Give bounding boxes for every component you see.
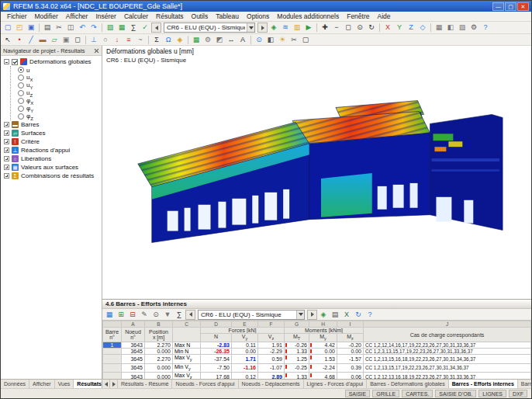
radio-icon[interactable] bbox=[18, 90, 24, 96]
menu-item[interactable]: Résultats bbox=[152, 12, 187, 20]
tree-radio-item[interactable]: uZ bbox=[18, 89, 102, 97]
animation-icon[interactable]: ▶ bbox=[303, 23, 314, 33]
tree-item[interactable]: ▬Barres bbox=[4, 120, 102, 129]
project-navigator-icon[interactable]: ▧ bbox=[105, 23, 116, 33]
cell-noeud[interactable]: 3645 bbox=[122, 355, 145, 363]
cell-mz[interactable]: -0.20 bbox=[337, 342, 364, 349]
mesh-icon[interactable]: ▦ bbox=[191, 35, 202, 45]
load-case-combo[interactable]: CR6 - ELU (EQU) - Sismique bbox=[164, 23, 255, 33]
model-3d-view[interactable] bbox=[102, 46, 531, 299]
status-toggle[interactable]: SAISIE bbox=[345, 390, 371, 397]
tree-item[interactable]: !Critère bbox=[4, 137, 102, 146]
imperfection-icon[interactable]: ~ bbox=[135, 35, 146, 45]
print-table-icon[interactable]: ▤ bbox=[330, 310, 340, 320]
select-arrow-icon[interactable]: ↖ bbox=[2, 35, 13, 45]
cell-vz[interactable]: 0.59 bbox=[258, 355, 285, 363]
clipping-icon[interactable]: ✂ bbox=[288, 35, 299, 45]
calc-params-icon[interactable]: ⚙ bbox=[202, 35, 213, 45]
cell-position[interactable]: 2.270 bbox=[145, 355, 173, 363]
cell-extreme[interactable]: Min N bbox=[173, 349, 201, 355]
combination-icon[interactable]: Ω bbox=[163, 35, 174, 45]
model-viewport[interactable]: Déformations globales u [mm] CR6 : ELU (… bbox=[102, 46, 531, 299]
tree-radio-item[interactable]: u bbox=[18, 66, 102, 74]
cell-n[interactable]: 17.68 bbox=[201, 373, 232, 379]
zoom-window-icon[interactable]: ◻ bbox=[343, 23, 354, 33]
col-letter[interactable]: C bbox=[173, 321, 201, 328]
redo-icon[interactable]: ↷ bbox=[88, 23, 99, 33]
cell-mz[interactable]: 0.06 bbox=[337, 373, 364, 379]
table-load-case-combo[interactable]: CR6 - ELU (EQU) - Sismique bbox=[198, 310, 305, 320]
col-letter[interactable]: B bbox=[145, 321, 173, 328]
sheet-tabs-prev-button[interactable] bbox=[102, 380, 110, 388]
support-icon[interactable]: ⊥ bbox=[88, 35, 99, 45]
row-header[interactable]: 1 bbox=[103, 342, 122, 349]
visibility-icon[interactable]: ⊙ bbox=[254, 35, 264, 45]
cell-vz[interactable]: 1.91 bbox=[258, 342, 285, 349]
result-diagrams-icon[interactable]: ◈ bbox=[318, 310, 329, 320]
cell-load-cases[interactable]: CC 1,2,13,15,16,18,19,22,23,26,27,30,31,… bbox=[364, 355, 531, 363]
chevron-down-icon[interactable] bbox=[247, 23, 254, 32]
nodal-load-icon[interactable]: ↓ bbox=[112, 35, 123, 45]
line-load-icon[interactable]: ≡ bbox=[123, 35, 134, 45]
status-toggle[interactable]: CARTES. bbox=[402, 390, 433, 397]
status-toggle[interactable]: SAISIE D'OB. bbox=[435, 390, 476, 397]
col-header-vy[interactable]: Vy bbox=[232, 334, 258, 342]
edit-cell-icon[interactable]: ✎ bbox=[139, 310, 150, 320]
close-navigator-icon[interactable] bbox=[94, 48, 99, 54]
cell-my[interactable]: 1.53 bbox=[309, 355, 337, 363]
table-tab[interactable]: Résultats - Résumé bbox=[118, 380, 172, 388]
cell-extreme[interactable]: Max Vz bbox=[173, 373, 201, 379]
status-toggle[interactable]: DXF bbox=[509, 390, 527, 397]
cell-mz[interactable]: -1.57 bbox=[337, 355, 364, 363]
expand-icon[interactable] bbox=[4, 165, 9, 170]
col-header-n[interactable]: N bbox=[201, 334, 232, 342]
col-header-load-cases[interactable]: Cas de charge correspondants bbox=[364, 328, 531, 342]
undo-icon[interactable]: ↶ bbox=[77, 23, 88, 33]
light-icon[interactable]: ☀ bbox=[277, 35, 288, 45]
col-header-barre[interactable]: Barren° bbox=[103, 328, 122, 342]
cell-vy[interactable]: 0.00 bbox=[232, 349, 258, 355]
print-icon[interactable]: ▤ bbox=[42, 23, 53, 33]
cell-n[interactable]: -37.54 bbox=[201, 355, 232, 363]
cell-load-cases[interactable]: CC 1,2,3,13,15,17,19,22,23,26,27,30,31,3… bbox=[364, 349, 531, 355]
zoom-out-icon[interactable]: − bbox=[331, 23, 342, 33]
fullscreen-icon[interactable]: ▢ bbox=[300, 35, 311, 45]
table-tab[interactable]: Barres - Efforts internes bbox=[449, 380, 518, 388]
menu-item[interactable]: Options bbox=[243, 12, 273, 20]
cell-vz[interactable]: 2.89 bbox=[258, 373, 285, 379]
cell-vz[interactable]: -1.07 bbox=[258, 363, 285, 372]
expand-icon[interactable] bbox=[4, 130, 9, 136]
cell-mz[interactable]: 0.39 bbox=[337, 363, 364, 372]
col-header-vz[interactable]: Vz bbox=[258, 334, 285, 342]
col-letter[interactable]: G bbox=[285, 321, 309, 328]
refresh-table-icon[interactable]: ↻ bbox=[353, 310, 364, 320]
sheet-tabs-next-button[interactable] bbox=[110, 380, 118, 388]
radio-icon[interactable] bbox=[18, 75, 24, 81]
cell-vy[interactable]: 1.71 bbox=[232, 355, 258, 363]
cell-n[interactable]: -2.83 bbox=[201, 342, 232, 349]
tree-item[interactable]: ⊥Réactions d'appui bbox=[4, 146, 102, 154]
extremes-icon[interactable]: ∑ bbox=[174, 310, 185, 320]
cell-my[interactable]: 4.68 bbox=[309, 373, 337, 379]
cell-mt[interactable]: 1.33 bbox=[285, 373, 309, 379]
result-combination-icon[interactable]: ◈ bbox=[174, 35, 185, 45]
node-icon[interactable]: • bbox=[14, 35, 25, 45]
col-header-extreme[interactable] bbox=[173, 328, 201, 342]
delete-row-icon[interactable]: ⊟ bbox=[127, 310, 138, 320]
navigator-tab[interactable]: Vues bbox=[55, 380, 74, 388]
col-letter[interactable]: H bbox=[309, 321, 337, 328]
tree-item-global-deformations[interactable]: Déformations globales bbox=[4, 57, 102, 66]
radio-icon[interactable] bbox=[18, 82, 24, 88]
table-next-case-button[interactable] bbox=[307, 310, 317, 320]
cell-position[interactable]: 0.000 bbox=[145, 363, 173, 372]
collapse-icon[interactable] bbox=[4, 59, 9, 64]
table-row[interactable]: 36452.270Max Vy-37.541.710.591.251.53-1.… bbox=[103, 355, 531, 363]
cell-extreme[interactable]: Max N bbox=[173, 342, 201, 349]
surface-icon[interactable]: ▱ bbox=[49, 35, 60, 45]
cell-mt[interactable]: 1.33 bbox=[285, 349, 309, 355]
col-group-moments[interactable]: Moments [kNm] bbox=[285, 328, 364, 334]
table-tab[interactable]: Barres - Déformations globales bbox=[367, 380, 449, 388]
close-icon[interactable]: ✕ bbox=[517, 2, 529, 11]
cell-n[interactable]: -7.50 bbox=[201, 363, 232, 372]
section-icon[interactable]: ◩ bbox=[214, 35, 225, 45]
